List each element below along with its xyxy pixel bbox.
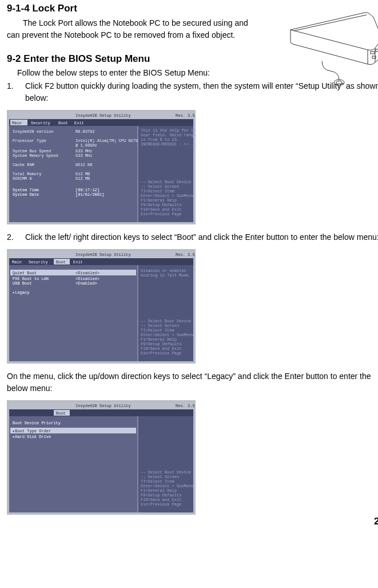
svg-text:Esc=Previous Page: Esc=Previous Page [141, 502, 181, 507]
step-1-number: 1. [7, 80, 21, 92]
svg-text:<Enabled>: <Enabled> [75, 281, 97, 286]
bios1-tab-main: Main [12, 121, 22, 125]
svg-text:Boot: Boot [56, 411, 66, 416]
svg-text:INCREASE/REDUCE : +/-.: INCREASE/REDUCE : +/-. [141, 142, 193, 147]
bios-screenshot-main: InsydeH20 Setup Utility Rev. 3.5 Main Se… [7, 110, 378, 224]
svg-text:Total Memory: Total Memory [13, 172, 41, 176]
svg-text:▸Hard Disk Drive: ▸Hard Disk Drive [13, 435, 51, 439]
svg-text:F10=Save and Exit: F10=Save and Exit [141, 498, 181, 502]
after-step-paragraph: On the menu, click the up/down direction… [7, 370, 378, 394]
svg-text:[00:17:12]: [00:17:12] [75, 188, 100, 192]
step-2-number: 2. [7, 231, 21, 243]
svg-text:Intel(R) Atom(TM) CPU N270: Intel(R) Atom(TM) CPU N270 [75, 139, 138, 143]
svg-point-4 [336, 81, 342, 84]
svg-text:F1=General Help: F1=General Help [141, 488, 177, 493]
svg-text:R0.03T02: R0.03T02 [75, 129, 95, 134]
svg-text:Enter=Select > SubMenu: Enter=Select > SubMenu [141, 484, 193, 488]
svg-text:Esc=Previous Page: Esc=Previous Page [141, 351, 181, 356]
svg-text:Boot: Boot [56, 260, 66, 265]
svg-text:←→  Select Boot Device: ←→ Select Boot Device [141, 470, 191, 475]
svg-text:System Time: System Time [13, 188, 39, 192]
svg-text:This is the help for the: This is the help for the [141, 128, 196, 133]
svg-text:512 MB: 512 MB [75, 176, 90, 181]
svg-text:←→  Select Boot Device: ←→ Select Boot Device [141, 319, 191, 323]
svg-text:System Bus Speed: System Bus Speed [13, 149, 51, 153]
svg-text:Security: Security [29, 260, 48, 265]
svg-text:[01/01/2001]: [01/01/2001] [75, 192, 104, 197]
svg-text:F1=General Help: F1=General Help [141, 198, 177, 203]
svg-text:SODIMM 0: SODIMM 0 [13, 176, 32, 181]
svg-text:System Date: System Date [13, 192, 39, 197]
bios1-tab-boot: Boot [58, 121, 68, 125]
svg-text:<Disabled>: <Disabled> [75, 277, 100, 281]
svg-text:F1=General Help: F1=General Help [141, 337, 177, 342]
svg-text:533 MHz: 533 MHz [75, 149, 92, 153]
svg-text:hour field. Valid range: hour field. Valid range [141, 133, 196, 137]
svg-text:System Memory Speed: System Memory Speed [13, 153, 58, 158]
svg-rect-0 [371, 52, 375, 54]
page-number: 25 [374, 514, 378, 529]
svg-text:booting in Text Mode.: booting in Text Mode. [141, 273, 191, 278]
svg-text:Quiet Boot: Quiet Boot [13, 271, 37, 275]
svg-text:InsydeH20 version: InsydeH20 version [13, 129, 53, 134]
svg-text:Cache RAM: Cache RAM [13, 163, 34, 167]
svg-text:↑↓  Select Screen: ↑↓ Select Screen [141, 475, 179, 479]
step-2-body: Click the left/ right direction keys to … [21, 231, 378, 243]
svg-text:USB Boot: USB Boot [13, 281, 32, 286]
svg-text:Boot Device Priority: Boot Device Priority [13, 421, 61, 425]
bios1-tab-security: Security [31, 121, 50, 125]
svg-text:Processor Type: Processor Type [13, 139, 46, 143]
svg-text:512 MB: 512 MB [75, 172, 90, 176]
svg-text:Main: Main [12, 260, 22, 265]
svg-text:Rev. 3.5: Rev. 3.5 [176, 252, 195, 257]
svg-rect-1 [376, 49, 378, 52]
svg-text:533 MHz: 533 MHz [75, 153, 92, 158]
svg-text:@ 1.60GHz: @ 1.60GHz [75, 143, 97, 148]
svg-text:InsydeH20 Setup Utility: InsydeH20 Setup Utility [75, 404, 131, 408]
bios1-title: InsydeH20 Setup Utility [75, 113, 131, 118]
svg-text:▸Legacy: ▸Legacy [13, 290, 29, 295]
svg-text:↑↓  Select Screen: ↑↓ Select Screen [141, 323, 179, 328]
svg-text:F9=Setup Defaults: F9=Setup Defaults [141, 203, 181, 207]
svg-text:Enter=Select > SubMenu: Enter=Select > SubMenu [141, 194, 193, 198]
svg-text:Exit: Exit [73, 260, 83, 265]
svg-text:Disables or enables: Disables or enables [141, 269, 186, 273]
svg-text:F9=Setup Defaults: F9=Setup Defaults [141, 493, 181, 498]
svg-rect-81 [9, 409, 193, 416]
laptop-icon [282, 7, 378, 93]
svg-text:▸Boot Type Order: ▸Boot Type Order [13, 429, 51, 433]
svg-text:TI=Select Item: TI=Select Item [141, 189, 174, 194]
svg-text:0512 KB: 0512 KB [75, 163, 92, 167]
step-2: 2. Click the left/ right direction keys … [7, 231, 378, 243]
svg-text:Esc=Previous Page: Esc=Previous Page [141, 212, 181, 216]
bios-screenshot-legacy: InsydeH20 Setup Utility Rev. 3.5 Boot Bo… [7, 400, 378, 515]
svg-text:TI=Select Item: TI=Select Item [141, 328, 174, 333]
svg-point-3 [334, 80, 344, 85]
svg-text:TI=Select Item: TI=Select Item [141, 479, 174, 484]
svg-text:F10=Save and Exit: F10=Save and Exit [141, 207, 181, 212]
bios1-rev: Rev. 3.5 [176, 113, 195, 118]
laptop-illustration [282, 7, 378, 96]
svg-text:←→  Select Boot Device: ←→ Select Boot Device [141, 180, 191, 184]
svg-text:PXE Boot to LAN: PXE Boot to LAN [13, 277, 49, 281]
svg-text:↑↓  Select Screen: ↑↓ Select Screen [141, 184, 179, 189]
svg-text:F10=Save and Exit: F10=Save and Exit [141, 346, 181, 351]
svg-text:F9=Setup Defaults: F9=Setup Defaults [141, 342, 181, 346]
svg-text:InsydeH20 Setup Utility: InsydeH20 Setup Utility [75, 252, 131, 257]
bios-screenshot-boot: InsydeH20 Setup Utility Rev. 3.5 Main Se… [7, 249, 378, 364]
para-lock-port: The Lock Port allows the Notebook PC to … [7, 17, 258, 41]
bios1-tab-exit: Exit [74, 121, 84, 125]
svg-text:Rev. 3.5: Rev. 3.5 [176, 404, 195, 408]
svg-text:Enter=Select > SubMenu: Enter=Select > SubMenu [141, 333, 193, 337]
svg-text:is from 0 to 23.: is from 0 to 23. [141, 137, 179, 142]
svg-text:<Disabled>: <Disabled> [75, 271, 100, 275]
